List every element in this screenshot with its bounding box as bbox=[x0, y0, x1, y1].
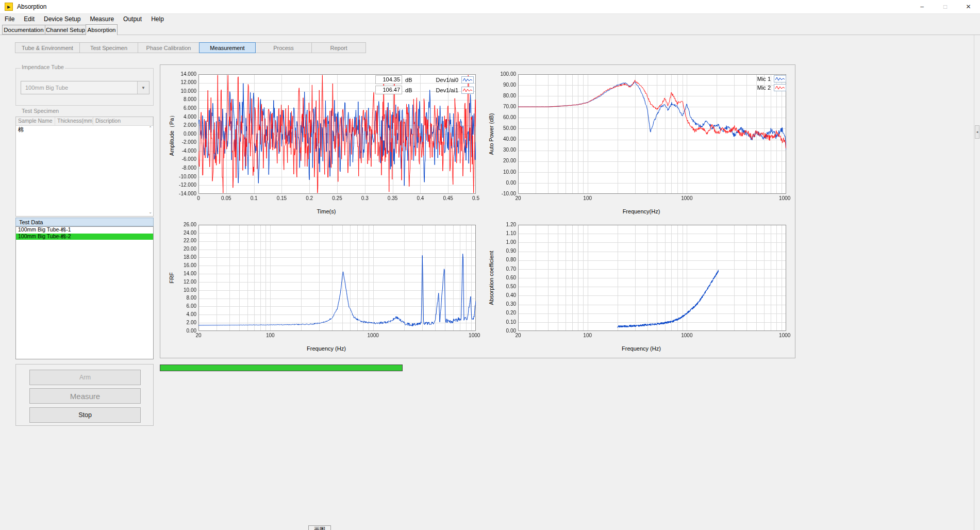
absorption-chart: Absorption coefficient Frequency (Hz) bbox=[484, 220, 791, 354]
table-header: Sample Name Thickness(mm) Discription bbox=[16, 117, 153, 126]
bottom-tab[interactable]: 画图 bbox=[308, 525, 331, 530]
tab-documentation[interactable]: Documentation bbox=[2, 25, 45, 35]
menu-help[interactable]: Help bbox=[146, 14, 169, 24]
x-axis-label: Frequency (Hz) bbox=[492, 345, 790, 352]
absorption-plot bbox=[492, 220, 790, 341]
mic1-level-readout: 104.35 bbox=[375, 75, 402, 84]
subtab-bar: Tube & Environment Test Specimen Phase C… bbox=[15, 42, 366, 53]
right-divider bbox=[974, 35, 974, 530]
plot-legend: Mic 1 Mic 2 bbox=[757, 75, 786, 91]
tab-divider bbox=[0, 35, 980, 35]
scroll-down-icon[interactable]: ⌄ bbox=[148, 210, 152, 214]
subtab-report[interactable]: Report bbox=[311, 42, 366, 53]
control-button-frame: Arm Measure Stop bbox=[15, 364, 154, 426]
plot-style-icon[interactable] bbox=[461, 87, 474, 94]
tab-channel-setup[interactable]: Channel Setup bbox=[45, 25, 86, 35]
column-sample-name: Sample Name bbox=[16, 117, 55, 125]
legend-label: Dev1/ai1 bbox=[436, 87, 458, 93]
collapse-arrow-icon: ◂ bbox=[976, 130, 978, 134]
list-item[interactable]: 100mm Big Tube-棉-1 bbox=[16, 227, 153, 234]
menu-device-setup[interactable]: Device Setup bbox=[39, 14, 85, 24]
impedance-tube-value: 100mm Big Tube bbox=[21, 85, 137, 91]
tab-absorption[interactable]: Absorption bbox=[86, 24, 118, 35]
maximize-button[interactable]: □ bbox=[934, 0, 957, 13]
close-button[interactable]: ✕ bbox=[957, 0, 980, 13]
menu-bar: File Edit Device Setup Measure Output He… bbox=[0, 14, 980, 24]
frf-plot bbox=[173, 220, 480, 341]
progress-bar bbox=[160, 365, 403, 371]
measure-button[interactable]: Measure bbox=[29, 388, 141, 404]
dropdown-arrow-icon[interactable]: ▼ bbox=[137, 81, 149, 94]
time-waveform-chart: Amplitude（Pa） Time(s) 104.35 dB Dev1/ai0… bbox=[164, 69, 480, 217]
menu-file[interactable]: File bbox=[0, 14, 19, 24]
test-specimen-table: Sample Name Thickness(mm) Discription 棉 … bbox=[15, 117, 154, 217]
legend-label: Dev1/ai0 bbox=[436, 77, 458, 83]
column-thickness: Thickness(mm) bbox=[55, 117, 93, 125]
scroll-up-icon[interactable]: ⌃ bbox=[148, 126, 152, 130]
menu-measure[interactable]: Measure bbox=[85, 14, 119, 24]
x-axis-label: Time(s) bbox=[173, 208, 480, 214]
title-bar: ▶ Absorption – □ ✕ bbox=[0, 0, 980, 14]
column-discription: Discription bbox=[93, 117, 153, 125]
legend-row: Mic 1 bbox=[757, 75, 786, 82]
collapse-panel-handle[interactable]: ◂ bbox=[975, 125, 979, 139]
plot-legend: 104.35 dB Dev1/ai0 106.47 dB Dev1/ai1 bbox=[375, 75, 474, 94]
subtab-process[interactable]: Process bbox=[255, 42, 312, 53]
impedance-tube-dropdown[interactable]: 100mm Big Tube ▼ bbox=[21, 81, 150, 94]
legend-row: Mic 2 bbox=[757, 84, 786, 91]
table-row[interactable]: 棉 bbox=[16, 126, 153, 133]
plot-style-icon[interactable] bbox=[461, 76, 474, 84]
minimize-button[interactable]: – bbox=[910, 0, 934, 13]
chart-panel: Amplitude（Pa） Time(s) 104.35 dB Dev1/ai0… bbox=[160, 64, 795, 358]
subtab-measurement[interactable]: Measurement bbox=[199, 42, 256, 53]
legend-label: Mic 2 bbox=[757, 85, 771, 91]
arm-button[interactable]: Arm bbox=[29, 370, 141, 385]
app-window: ▶ Absorption – □ ✕ File Edit Device Setu… bbox=[0, 0, 980, 530]
subtab-test-specimen[interactable]: Test Specimen bbox=[79, 42, 138, 53]
mic2-unit: dB bbox=[405, 87, 412, 93]
impedance-tube-label: Impendace Tube bbox=[21, 64, 65, 70]
list-item-selected[interactable]: 100mm Big Tube-棉-2 bbox=[16, 234, 153, 240]
mic2-level-readout: 106.47 bbox=[375, 86, 402, 94]
x-axis-label: Frequency(Hz) bbox=[492, 208, 790, 214]
subtab-tube-environment[interactable]: Tube & Environment bbox=[15, 42, 80, 53]
stop-button[interactable]: Stop bbox=[29, 407, 141, 423]
app-icon: ▶ bbox=[5, 3, 13, 11]
plot-style-icon[interactable] bbox=[774, 84, 786, 91]
menu-output[interactable]: Output bbox=[119, 14, 146, 24]
subtab-phase-calibration[interactable]: Phase Calibration bbox=[138, 42, 200, 53]
legend-label: Mic 1 bbox=[757, 76, 771, 82]
plot-style-icon[interactable] bbox=[774, 75, 786, 82]
legend-row: 104.35 dB Dev1/ai0 bbox=[375, 75, 474, 84]
test-specimen-label: Test Specimen bbox=[21, 108, 60, 114]
legend-row: 106.47 dB Dev1/ai1 bbox=[375, 86, 474, 94]
x-axis-label: Frequency (Hz) bbox=[173, 345, 480, 352]
play-arrow-icon: ▶ bbox=[7, 5, 10, 9]
frf-chart: FRF Frequency (Hz) bbox=[164, 220, 480, 354]
progress-fill bbox=[160, 365, 402, 371]
test-data-header: Test Data bbox=[15, 218, 154, 226]
window-controls: – □ ✕ bbox=[910, 0, 980, 13]
test-data-list: 100mm Big Tube-棉-1 100mm Big Tube-棉-2 bbox=[15, 226, 154, 359]
mic1-unit: dB bbox=[405, 77, 412, 83]
window-title: Absorption bbox=[17, 3, 46, 10]
menu-edit[interactable]: Edit bbox=[19, 14, 39, 24]
auto-power-chart: Auto Power (dB) Frequency(Hz) Mic 1 Mic … bbox=[484, 69, 791, 217]
auto-power-plot bbox=[492, 69, 790, 204]
cell-sample-name: 棉 bbox=[16, 126, 55, 134]
